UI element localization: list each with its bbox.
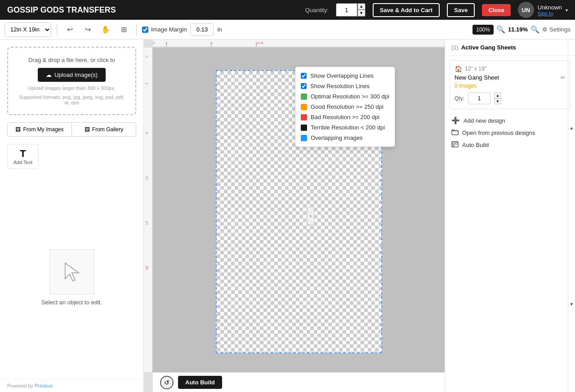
legend-item-1: Good Resolution >= 250 dpi xyxy=(301,103,389,110)
right-panel-collapse-arrow[interactable]: › xyxy=(307,207,314,225)
sheet-name-row: New Gang Sheet ✏ xyxy=(455,74,566,81)
auto-build-action[interactable]: Auto Build xyxy=(451,141,569,149)
gang-count: (1) xyxy=(451,44,459,51)
good-label: Good Resolution >= 250 dpi xyxy=(311,103,383,110)
save-button[interactable]: Save xyxy=(447,3,475,17)
select-object-text: Select an object to edit. xyxy=(41,299,102,306)
undo-button[interactable]: ↩ xyxy=(62,22,77,37)
auto-build-spin-button[interactable]: ↺ xyxy=(160,376,174,389)
canvas-container: Show Overlapping Lines Show Resolution L… xyxy=(144,40,445,392)
svg-text:0: 0 xyxy=(153,41,155,45)
gang-sheet-card: 🏠 12" x 19" New Gang Sheet ✏ 0 Images Qt… xyxy=(450,60,571,109)
select-object-area: Select an object to edit. xyxy=(0,176,143,379)
user-name: Unknown xyxy=(538,4,562,11)
svg-text:19: 19 xyxy=(145,266,149,270)
svg-rect-18 xyxy=(453,143,455,144)
sign-in-link[interactable]: Sign In xyxy=(538,11,562,16)
app-title: GOSSIP GODS TRANSFERS xyxy=(7,5,116,15)
close-button[interactable]: Close xyxy=(482,4,510,16)
settings-button[interactable]: ⚙ Settings xyxy=(542,26,571,33)
add-text-area[interactable]: T Add Text xyxy=(7,144,39,169)
upload-hint2: Supported formats: png, jpg, jpeg, svg, … xyxy=(17,94,126,105)
add-new-design-action[interactable]: ➕ Add new design xyxy=(451,116,569,125)
sheet-qty-row: Qty: ▲ ▼ xyxy=(455,93,566,104)
edit-icon[interactable]: ✏ xyxy=(561,74,566,81)
house-icon: 🏠 xyxy=(455,65,462,72)
svg-text:0: 0 xyxy=(145,55,149,58)
grid-button[interactable]: ⊞ xyxy=(116,22,131,37)
avatar: UN xyxy=(518,2,534,18)
image-margin-checkbox-wrap[interactable]: Image Margin xyxy=(142,26,187,33)
zoom-out-icon[interactable]: 🔍 xyxy=(496,25,505,34)
drop-area[interactable]: Drag & drop a file here, or click to ☁ U… xyxy=(7,47,136,115)
powered-by-text: Powered by xyxy=(7,383,35,388)
chevron-down-icon: ▾ xyxy=(566,8,568,13)
sheet-images: 0 Images xyxy=(455,83,566,89)
show-resolution-checkbox[interactable] xyxy=(301,83,307,89)
open-previous-designs-action[interactable]: Open from previous designs xyxy=(451,129,569,137)
sheet-size: 12" x 19" xyxy=(465,66,486,72)
svg-rect-16 xyxy=(452,131,458,135)
right-panel-body: 🏠 12" x 19" New Gang Sheet ✏ 0 Images Qt… xyxy=(445,56,575,392)
legend-item-2: Bad Resolution >= 200 dpi xyxy=(301,114,389,120)
sheet-qty-input[interactable] xyxy=(468,93,490,104)
zoom-fit-button[interactable]: 100% xyxy=(472,25,494,35)
gang-sheet-card-header: 🏠 12" x 19" xyxy=(455,65,566,72)
good-color-dot xyxy=(301,104,307,110)
image-margin-input[interactable] xyxy=(190,23,214,36)
svg-text:4: 4 xyxy=(145,82,149,85)
cursor-icon xyxy=(63,261,81,283)
image-margin-label: Image Margin xyxy=(151,26,187,33)
save-add-to-cart-button[interactable]: Save & Add to Cart xyxy=(373,3,440,17)
from-my-images-button[interactable]: 🖼 From My Images xyxy=(7,122,72,137)
pan-tool-button[interactable]: ✋ xyxy=(98,22,113,37)
active-gang-label: Active Gang Sheets xyxy=(461,44,516,51)
scroll-down-arrow[interactable]: ▼ xyxy=(568,216,575,392)
show-resolution-label: Show Resolution Lines xyxy=(310,83,370,89)
legend-item-0: Optimal Resolution >= 300 dpi xyxy=(301,93,389,100)
user-menu[interactable]: UN Unknown Sign In ▾ xyxy=(518,2,568,18)
quantity-input[interactable] xyxy=(336,3,357,17)
upload-button[interactable]: ☁ Upload Image(s) xyxy=(38,68,106,82)
show-resolution-row: Show Resolution Lines xyxy=(301,83,389,89)
svg-text:8: 8 xyxy=(210,41,213,45)
actions-list: ➕ Add new design Open from previous desi… xyxy=(450,116,571,149)
svg-text:4: 4 xyxy=(165,41,168,45)
cursor-preview xyxy=(49,249,94,294)
svg-text:16: 16 xyxy=(145,221,149,225)
overlapping-panel: Show Overlapping Lines Show Resolution L… xyxy=(295,67,395,147)
scroll-up-arrow[interactable]: ▲ xyxy=(568,40,575,216)
user-info: Unknown Sign In xyxy=(538,4,562,16)
scroll-arrows: ▲ ▼ xyxy=(568,40,575,392)
zoom-in-icon[interactable]: 🔍 xyxy=(530,25,539,34)
show-overlapping-label: Show Overlapping Lines xyxy=(310,72,374,79)
drop-text: Drag & drop a file here, or click to xyxy=(17,57,126,63)
ruler-left: 0 4 8 12 16 19 xyxy=(144,48,153,372)
sheet-qty-up-button[interactable]: ▲ xyxy=(494,93,501,98)
from-gallery-button[interactable]: 🖼 From Gallery xyxy=(72,122,136,137)
svg-rect-20 xyxy=(453,145,455,146)
quantity-down-button[interactable]: ▼ xyxy=(357,10,366,17)
ruler-top-svg: 0 4 8 12 in xyxy=(153,40,445,47)
show-overlapping-row: Show Overlapping Lines xyxy=(301,72,389,79)
open-designs-icon xyxy=(451,129,459,137)
svg-marker-0 xyxy=(65,263,79,281)
right-panel-header: (1) Active Gang Sheets xyxy=(445,40,575,56)
redo-button[interactable]: ↪ xyxy=(80,22,95,37)
sheet-qty-label: Qty: xyxy=(455,95,464,102)
svg-text:12: 12 xyxy=(145,176,149,180)
powered-by-link[interactable]: Printavo xyxy=(35,383,53,388)
auto-build-button[interactable]: Auto Build xyxy=(178,376,222,389)
toolbar-right: 100% 🔍 11.19% 🔍 ⚙ Settings xyxy=(472,25,571,35)
image-margin-checkbox[interactable] xyxy=(142,27,148,33)
quantity-up-button[interactable]: ▲ xyxy=(357,3,366,10)
show-overlapping-checkbox[interactable] xyxy=(301,73,307,79)
ruler-left-svg: 0 4 8 12 16 19 xyxy=(144,48,153,372)
auto-build-label: Auto Build xyxy=(462,142,489,148)
add-design-icon: ➕ xyxy=(451,116,460,125)
quantity-spinner: ▲ ▼ xyxy=(357,3,366,17)
sheet-qty-down-button[interactable]: ▼ xyxy=(494,98,501,104)
size-select[interactable]: 12in X 19in 11in X 15in 8in X 10in xyxy=(4,22,51,37)
left-footer: Powered by Printavo xyxy=(0,379,143,392)
sheet-qty-spinner: ▲ ▼ xyxy=(494,93,501,104)
